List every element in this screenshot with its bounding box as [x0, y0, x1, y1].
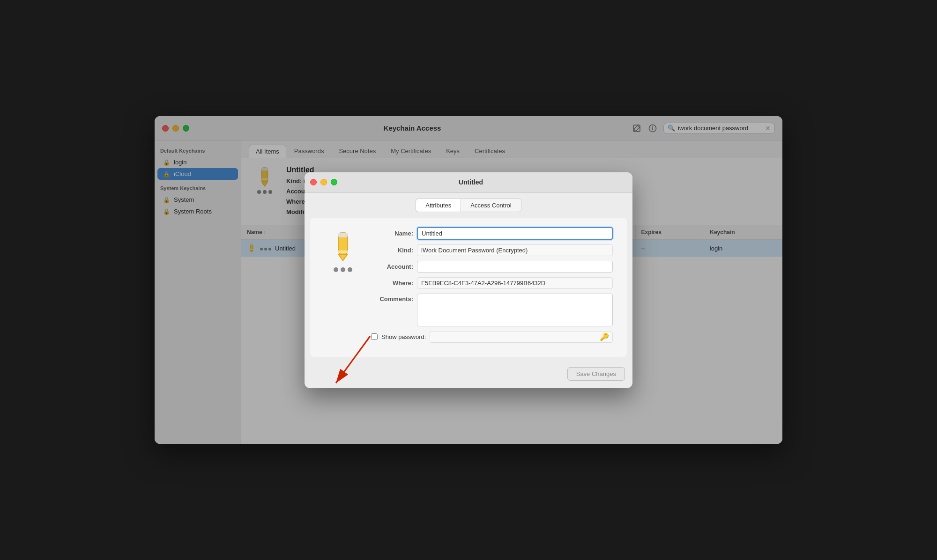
where-field-value: F5EB9EC8-C4F3-47A2-A296-147799B6432D — [417, 277, 613, 289]
modal-pencil-icon — [329, 232, 357, 265]
modal-maximize-button[interactable] — [331, 179, 337, 185]
modal-tab-access-control[interactable]: Access Control — [461, 199, 521, 212]
kind-field-row: Kind: iWork Document Password (Encrypted… — [371, 244, 613, 256]
comments-field-row: Comments: — [371, 294, 613, 326]
password-field-container: 🔑 — [430, 331, 613, 343]
name-input[interactable] — [417, 227, 613, 240]
modal-tab-attributes[interactable]: Attributes — [416, 199, 461, 212]
password-input[interactable] — [430, 331, 613, 343]
modal-dot-3 — [348, 267, 352, 272]
account-field-label: Account: — [371, 263, 413, 270]
modal-overlay: Untitled Attributes Access Control — [155, 116, 782, 444]
name-field-row: Name: — [371, 227, 613, 240]
modal-title-bar: Untitled — [305, 172, 632, 193]
modal-fields: Name: Kind: iWork Document Password (Enc… — [371, 227, 613, 347]
modal-title: Untitled — [341, 178, 601, 186]
account-input[interactable] — [417, 261, 613, 273]
main-window: Keychain Access i 🔍 ✕ — [155, 116, 782, 444]
account-field-row: Account: — [371, 261, 613, 273]
modal-window: Untitled Attributes Access Control — [305, 172, 632, 388]
key-icon: 🔑 — [600, 332, 609, 341]
modal-icon — [324, 227, 362, 347]
where-field-row: Where: F5EB9EC8-C4F3-47A2-A296-147799B64… — [371, 277, 613, 289]
show-password-row: Show password: 🔑 — [371, 331, 613, 343]
kind-field-label: Kind: — [371, 247, 413, 254]
modal-traffic-lights — [310, 179, 337, 185]
kind-field-value: iWork Document Password (Encrypted) — [417, 244, 613, 256]
show-password-checkbox[interactable] — [371, 333, 378, 340]
modal-body: Name: Kind: iWork Document Password (Enc… — [310, 218, 627, 357]
save-changes-button[interactable]: Save Changes — [567, 367, 625, 381]
modal-close-button[interactable] — [310, 179, 317, 185]
modal-dot-1 — [334, 267, 338, 272]
svg-marker-12 — [338, 254, 348, 261]
comments-textarea[interactable] — [417, 294, 613, 326]
where-field-label: Where: — [371, 280, 413, 287]
svg-rect-13 — [338, 233, 348, 237]
modal-dot-2 — [341, 267, 345, 272]
modal-footer: Save Changes — [305, 362, 632, 388]
modal-icon-dots — [334, 267, 352, 272]
svg-rect-14 — [338, 251, 348, 253]
show-password-label: Show password: — [381, 333, 426, 340]
modal-minimize-button[interactable] — [320, 179, 327, 185]
modal-tab-bar: Attributes Access Control — [305, 193, 632, 212]
name-field-label: Name: — [371, 230, 413, 237]
comments-field-label: Comments: — [371, 294, 413, 302]
